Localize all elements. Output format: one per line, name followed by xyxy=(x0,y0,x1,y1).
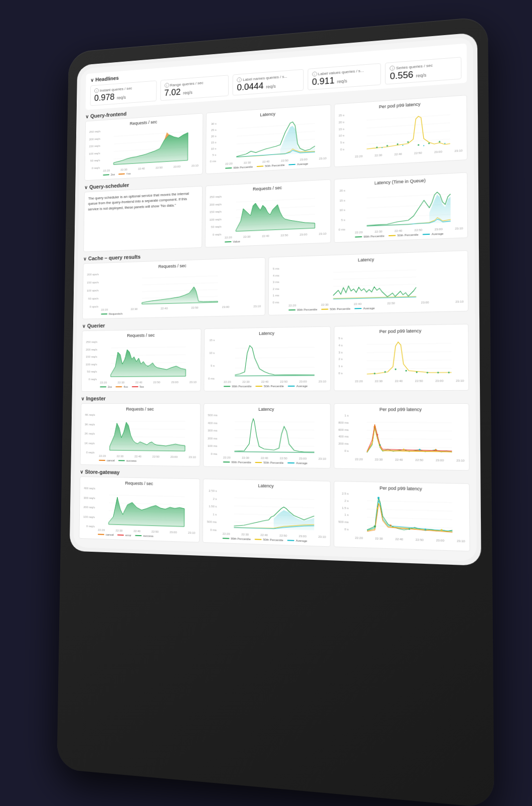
querier-charts: Requests / sec 250 req/s 200 req/s 150 r… xyxy=(81,324,468,391)
qs-requests-svg-container xyxy=(225,190,326,235)
ingester-requests-chart: Requests / sec 4K req/s 3K req/s 2K req/… xyxy=(80,403,201,466)
svg-line-44 xyxy=(235,367,314,368)
sgl-legend-50th: 50th Percentile xyxy=(254,538,283,542)
ingester-requests-yaxis: 4K req/s 3K req/s 2K req/s 1K req/s 0 re… xyxy=(84,413,96,454)
svg-line-34 xyxy=(333,270,416,272)
svg-point-18 xyxy=(439,140,440,142)
svg-line-64 xyxy=(234,445,314,446)
querier-perpod-yaxis: 5 s 4 s 3 s 2 s 1 s 0 s xyxy=(338,337,344,375)
i-legend-success-dot xyxy=(118,460,125,461)
sg-latency-chart: Latency 2.50 s 2 s 1.50 s 1 s 500 ms 0 m… xyxy=(202,478,330,547)
ingester-perpod-svg xyxy=(354,414,464,456)
svg-line-66 xyxy=(367,430,451,431)
store-gateway-charts: Requests / sec 400 req/s 300 req/s 200 r… xyxy=(79,476,470,551)
metric-label-names: i Label names queries / s... 0.0444 req/… xyxy=(232,69,303,95)
cache-requests-chart: Requests / sec 200 ops/s 150 ops/s 100 o… xyxy=(82,257,265,319)
svg-line-84 xyxy=(367,509,452,511)
svg-point-16 xyxy=(418,144,419,145)
ingester-requests-title: Requests / sec xyxy=(85,406,196,411)
info-icon-5[interactable]: i xyxy=(390,65,395,71)
sg-legend-error-dot xyxy=(117,534,124,535)
ql-legend-99th: 99th Percentile xyxy=(223,385,251,388)
querier-latency-xaxis: 22:20 22:30 22:40 22:50 23:00 23:10 xyxy=(223,380,326,383)
svg-line-38 xyxy=(111,347,186,348)
svg-line-32 xyxy=(142,289,218,291)
metric-instant-queries: i Instant queries / sec 0.978 req/s xyxy=(90,80,156,106)
tablet: Headlines i Instant queries / sec 0.978 … xyxy=(57,16,494,806)
svg-line-0 xyxy=(114,131,188,136)
il-legend-50th: 50th Percentile xyxy=(255,461,283,464)
i-legend-cancel-dot xyxy=(99,459,105,460)
legend-50th: 50th Percentile xyxy=(256,163,284,168)
sgl-legend-avg: Average xyxy=(287,539,307,542)
ingester-perpod-title: Per pod p99 latency xyxy=(338,407,464,412)
svg-line-4 xyxy=(236,123,315,128)
cache-legend-50th: 50th Percentile xyxy=(321,307,350,310)
querier-perpod-svg-container xyxy=(354,335,464,379)
info-icon-3[interactable]: i xyxy=(237,77,242,82)
qf-perpod-svg xyxy=(354,106,462,152)
ingester-requests-svg-container xyxy=(99,413,196,455)
sg-legend-cancel: cancel xyxy=(98,533,114,536)
qs-legend-50th: 50th Percentile xyxy=(388,233,418,237)
qf-perpod-area: 25 s 20 s 15 s 10 s 5 s 0 s xyxy=(338,106,462,159)
ql-legend-avg-dot xyxy=(287,385,294,386)
legend-avg-dot xyxy=(288,164,295,165)
legend-99th-dot xyxy=(225,167,232,169)
sg-latency-svg-container xyxy=(222,490,325,535)
svg-point-88 xyxy=(377,497,379,499)
svg-line-47 xyxy=(367,360,451,361)
qs-latency-yaxis: 20 s 15 s 10 s 5 s 0 ms xyxy=(338,189,346,231)
querier-latency-area: 15 s 10 s 5 s 0 ms xyxy=(208,337,326,388)
svg-line-36 xyxy=(333,284,416,286)
sg-requests-svg-container xyxy=(98,487,196,531)
ingester-latency-area: 500 ms 400 ms 300 ms 200 ms 100 ms 0 ms xyxy=(207,413,326,464)
querier-requests-yaxis: 250 req/s 200 req/s 150 req/s 100 req/s … xyxy=(85,340,99,380)
querier-perpod-title: Per pod p99 latency xyxy=(338,328,464,335)
sgl-legend-99th-dot xyxy=(222,538,229,539)
svg-point-15 xyxy=(407,141,409,142)
ql-legend-50th-dot xyxy=(255,386,262,387)
ingester-latency-yaxis: 500 ms 400 ms 300 ms 200 ms 100 ms 0 ms xyxy=(207,413,219,455)
qs-legend-50th-dot xyxy=(388,235,396,236)
svg-point-13 xyxy=(386,145,388,146)
info-icon-4[interactable]: i xyxy=(312,71,317,76)
ingester-latency-chart: Latency 500 ms 400 ms 300 ms 200 ms 100 … xyxy=(203,403,331,468)
sg-requests-title: Requests / sec xyxy=(84,479,196,487)
cache-legend-99th: 99th Percentile xyxy=(288,307,317,311)
info-icon-2[interactable]: i xyxy=(164,83,168,88)
legend-avg: Average xyxy=(288,162,308,166)
svg-line-68 xyxy=(367,447,452,448)
headlines-title: Headlines xyxy=(95,75,119,82)
qs-legend-avg: Average xyxy=(422,232,443,236)
qs-latency-svg-container xyxy=(354,183,463,230)
dashboard: Headlines i Instant queries / sec 0.978 … xyxy=(73,37,477,561)
svg-line-9 xyxy=(367,122,450,127)
svg-line-57 xyxy=(110,421,185,421)
svg-point-51 xyxy=(395,368,396,370)
svg-line-67 xyxy=(367,438,452,439)
sg-perpod-yaxis: 2.5 s 2 s 1.5 s 1 s 500 ms 0 s xyxy=(338,492,349,531)
qf-latency-svg xyxy=(225,114,326,159)
svg-line-65 xyxy=(367,422,451,422)
sg-legend-success: success xyxy=(135,534,153,537)
cache-charts: Requests / sec 200 ops/s 150 ops/s 100 o… xyxy=(82,250,468,319)
ingester-latency-svg xyxy=(223,413,325,454)
ingester-latency-title: Latency xyxy=(208,406,326,411)
q-legend-4xx-dot xyxy=(115,386,122,387)
querier-requests-chart: Requests / sec 250 req/s 200 req/s 150 r… xyxy=(81,329,201,392)
svg-line-23 xyxy=(236,198,314,202)
legend-requests-s-dot xyxy=(101,313,107,314)
q-legend-2xx-dot xyxy=(100,386,106,387)
il-legend-50th-dot xyxy=(255,462,262,463)
info-icon-1[interactable]: i xyxy=(94,88,99,93)
svg-line-62 xyxy=(234,429,314,430)
svg-line-80 xyxy=(234,506,314,508)
sg-legend-cancel-dot xyxy=(98,534,104,535)
sg-latency-title: Latency xyxy=(207,482,326,490)
sgl-legend-99th: 99th Percentile xyxy=(222,537,250,541)
cache-legend-50th-dot xyxy=(321,308,328,309)
sg-perpod-area: 2.5 s 2 s 1.5 s 1 s 500 ms 0 s xyxy=(338,492,465,543)
qf-perpod-svg-container xyxy=(354,106,462,154)
svg-point-14 xyxy=(397,143,398,144)
